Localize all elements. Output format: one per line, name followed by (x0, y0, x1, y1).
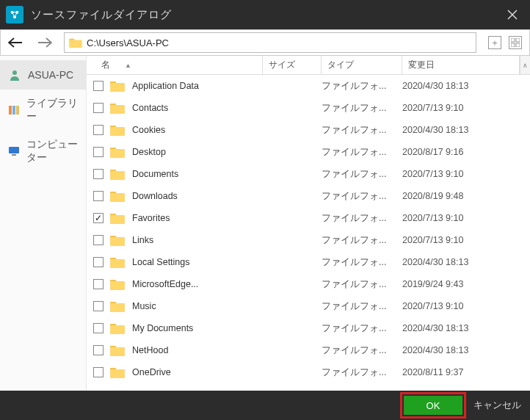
svg-rect-18 (110, 105, 125, 114)
cancel-button[interactable]: キャンセル (472, 396, 523, 415)
row-type: ファイルフォ... (322, 168, 402, 181)
row-name: Cookies (132, 125, 165, 135)
row-name-cell: Music (110, 300, 263, 312)
row-checkbox[interactable] (93, 235, 104, 245)
table-row[interactable]: Application Dataファイルフォ...2020/4/30 18:13 (87, 75, 530, 97)
back-button[interactable] (1, 29, 30, 56)
row-type: ファイルフォ... (322, 190, 402, 203)
sidebar-item-library[interactable]: ライブラリー (0, 90, 86, 131)
row-checkbox[interactable] (93, 103, 104, 113)
svg-rect-16 (110, 83, 125, 92)
scroll-up-button[interactable]: ∧ (520, 56, 530, 74)
row-type: ファイルフォ... (322, 124, 402, 137)
folder-icon (110, 278, 125, 290)
row-checkbox[interactable] (93, 191, 104, 201)
svg-rect-11 (12, 106, 15, 115)
plus-icon: ＋ (490, 37, 499, 49)
column-name[interactable]: 名▲ (87, 56, 263, 74)
svg-rect-38 (110, 325, 125, 334)
table-row[interactable]: Cookiesファイルフォ...2020/4/30 18:13 (87, 119, 530, 141)
ok-button[interactable]: OK (404, 396, 462, 415)
folder-icon (110, 190, 125, 202)
folder-icon (110, 234, 125, 246)
table-row[interactable]: Musicファイルフォ...2020/7/13 9:10 (87, 295, 530, 317)
row-checkbox[interactable] (93, 345, 104, 355)
row-checkbox[interactable] (93, 301, 104, 311)
row-checkbox[interactable] (93, 125, 104, 135)
sidebar-item-label: ライブラリー (26, 97, 79, 123)
row-date: 2020/7/13 9:10 (402, 213, 520, 223)
row-name: Desktop (132, 147, 166, 157)
sidebar-item-label: ASUA-PC (28, 69, 73, 81)
svg-rect-7 (511, 43, 515, 47)
column-type[interactable]: タイプ (322, 56, 402, 74)
row-date: 2020/7/13 9:10 (402, 169, 520, 179)
row-name-cell: Downloads (110, 190, 263, 202)
sidebar-item-computer[interactable]: コンピューター (0, 131, 86, 172)
column-date[interactable]: 変更日 (402, 56, 520, 74)
svg-rect-13 (9, 147, 19, 153)
row-name-cell: Application Data (110, 80, 263, 92)
svg-rect-8 (516, 43, 520, 47)
new-folder-button[interactable]: ＋ (488, 36, 501, 49)
view-grid-button[interactable] (509, 36, 522, 49)
svg-rect-20 (110, 127, 125, 136)
forward-button[interactable] (30, 29, 59, 56)
svg-rect-24 (110, 171, 125, 180)
table-row[interactable]: Favoritesファイルフォ...2020/7/13 9:10 (87, 207, 530, 229)
row-checkbox[interactable] (93, 213, 104, 223)
row-checkbox-cell (87, 345, 110, 355)
row-checkbox[interactable] (93, 367, 104, 377)
row-name-cell: MicrosoftEdge... (110, 278, 263, 290)
sidebar-item-label: コンピューター (26, 138, 79, 164)
path-input[interactable]: C:\Users\ASUA-PC (64, 32, 476, 53)
close-button[interactable] (501, 3, 524, 26)
svg-rect-6 (516, 38, 520, 42)
row-name-cell: Documents (110, 168, 263, 180)
table-row[interactable]: NetHoodファイルフォ...2020/4/30 18:13 (87, 339, 530, 361)
row-name: Links (132, 235, 153, 245)
row-date: 2020/8/11 9:37 (402, 367, 520, 377)
column-size[interactable]: サイズ (263, 56, 322, 74)
arrow-right-icon (37, 37, 52, 48)
table-row[interactable]: MicrosoftEdge...ファイルフォ...2019/9/24 9:43 (87, 273, 530, 295)
row-checkbox-cell (87, 367, 110, 377)
row-date: 2020/8/17 9:16 (402, 147, 520, 157)
arrow-left-icon (8, 37, 23, 48)
row-type: ファイルフォ... (322, 256, 402, 269)
user-icon (7, 68, 22, 82)
row-checkbox[interactable] (93, 169, 104, 179)
row-checkbox[interactable] (93, 257, 104, 267)
row-date: 2019/9/24 9:43 (402, 279, 520, 289)
row-type: ファイルフォ... (322, 344, 402, 357)
table-row[interactable]: My Documentsファイルフォ...2020/4/30 18:13 (87, 317, 530, 339)
row-name: Music (132, 301, 156, 311)
svg-rect-28 (110, 215, 125, 224)
folder-icon (69, 37, 82, 48)
row-checkbox[interactable] (93, 323, 104, 333)
row-checkbox-cell (87, 125, 110, 135)
table-row[interactable]: Desktopファイルフォ...2020/8/17 9:16 (87, 141, 530, 163)
table-row[interactable]: Downloadsファイルフォ...2020/8/19 9:48 (87, 185, 530, 207)
row-checkbox[interactable] (93, 147, 104, 157)
row-name-cell: Cookies (110, 124, 263, 136)
table-row[interactable]: Documentsファイルフォ...2020/7/13 9:10 (87, 163, 530, 185)
row-checkbox-cell (87, 235, 110, 245)
table-row[interactable]: OneDriveファイルフォ...2020/8/11 9:37 (87, 361, 530, 383)
table-row[interactable]: Local Settingsファイルフォ...2020/4/30 18:13 (87, 251, 530, 273)
row-type: ファイルフォ... (322, 322, 402, 335)
row-type: ファイルフォ... (322, 278, 402, 291)
folder-icon (110, 102, 125, 114)
folder-icon (110, 322, 125, 334)
row-checkbox[interactable] (93, 81, 104, 91)
path-text: C:\Users\ASUA-PC (87, 37, 169, 48)
sidebar-item-user[interactable]: ASUA-PC (0, 60, 86, 90)
table-row[interactable]: Contactsファイルフォ...2020/7/13 9:10 (87, 97, 530, 119)
row-name-cell: Desktop (110, 146, 263, 158)
row-checkbox[interactable] (93, 279, 104, 289)
dialog-title: ソースファイルダイアログ (31, 8, 501, 22)
svg-rect-10 (9, 106, 12, 115)
folder-icon (110, 366, 125, 378)
table-row[interactable]: Linksファイルフォ...2020/7/13 9:10 (87, 229, 530, 251)
row-checkbox-cell (87, 81, 110, 91)
